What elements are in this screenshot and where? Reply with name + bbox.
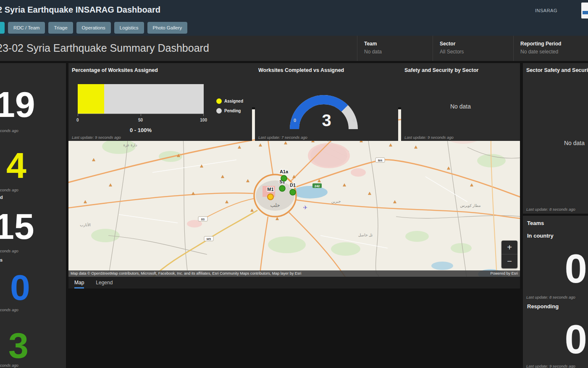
route-badge-m4: M4 <box>378 159 383 162</box>
map-label-daret-azza: دارة عزة <box>123 143 137 147</box>
chart-updated: Last update: 9 seconds ago <box>72 135 121 140</box>
nav-tab-logistics[interactable]: Logistics <box>114 22 144 34</box>
filter-reporting-period-label: Reporting Period <box>520 41 588 47</box>
left-stat-updated-1: conds ago <box>0 128 18 133</box>
worksite-marker-d1[interactable] <box>290 189 296 195</box>
filter-sector[interactable]: Sector All Sectors <box>433 36 513 61</box>
nav-tab-photo-gallery[interactable]: Photo Gallery <box>147 22 188 34</box>
active-tab-fragment[interactable] <box>0 22 5 34</box>
filter-team-value: No data <box>364 49 433 55</box>
nav-tab-triage[interactable]: Triage <box>48 22 73 34</box>
legend-item-pending: Pending <box>216 108 243 114</box>
panel-title: Sector Safety and Security <box>526 67 588 73</box>
no-data-text: No data <box>564 140 585 146</box>
filter-bar: Team No data Sector All Sectors Reportin… <box>357 36 588 61</box>
main-region: Alive (rescue completed) 4 Last update: … <box>68 63 520 368</box>
main-nav: RDC / Team Triage Operations Logistics P… <box>0 22 187 34</box>
left-panel-title-fragment-2: s <box>0 257 3 262</box>
gauge-value: 3 <box>255 111 398 130</box>
responding-updated: Last update: 9 seconds ago <box>526 364 575 368</box>
chart-updated: Last update: 7 seconds ago <box>258 135 307 140</box>
map-view-tabs: Map Legend <box>68 277 520 289</box>
zoom-in-button[interactable]: + <box>501 241 517 254</box>
no-data-text: No data <box>401 103 520 110</box>
route-badge-m5: M5 <box>207 237 211 241</box>
responding-value: 0 <box>565 319 587 360</box>
legend-item-assigned: Assigned <box>216 98 243 104</box>
top-header: 2 Syria Earthquake INSARAG Dashboard INS… <box>0 0 588 36</box>
map-attribution-bar: Map data © OpenStreetMap contributors, M… <box>68 270 520 277</box>
map-label-jibrin: جبرين <box>331 199 341 204</box>
filter-sector-label: Sector <box>440 41 513 47</box>
left-stat-updated-2: conds ago <box>0 188 18 192</box>
worksite-marker-label-a1a: A1a <box>280 169 289 174</box>
left-stat-updated-3: conds ago <box>0 249 18 253</box>
worksite-marker-s1[interactable] <box>279 185 285 191</box>
worksites-assigned-panel: Percentage of Worksites Assigned 0 50 10… <box>68 63 252 141</box>
assigned-dot-icon <box>216 98 222 104</box>
map-powered-by: Powered by Esri <box>490 270 518 277</box>
airport-icon: ✈ <box>303 204 308 211</box>
legend-label: Assigned <box>224 99 243 103</box>
worksite-marker-label-m1: M1 <box>267 187 273 192</box>
in-country-updated: Last update: 8 seconds ago <box>526 295 575 299</box>
teams-panel: Teams In country 0 Last update: 8 second… <box>523 216 588 368</box>
assigned-bar-chart <box>78 84 204 114</box>
route-badge-242: 242 <box>315 184 320 188</box>
app-title: 2 Syria Earthquake INSARAG Dashboard <box>0 5 160 15</box>
left-stat-updated-4: conds ago <box>0 307 18 312</box>
safety-by-sector-panel: Safety and Security by Sector No data La… <box>401 63 520 141</box>
left-stat-value-2: 4 <box>6 147 26 183</box>
range-label: 0 - 100% <box>78 127 204 133</box>
insarag-logo-icon <box>581 3 588 19</box>
chart-updated: Last update: 9 seconds ago <box>404 135 454 140</box>
left-stat-value-3: 15 <box>0 208 34 244</box>
left-stat-value-1: 19 <box>0 86 35 122</box>
chart-title: Percentage of Worksites Assigned <box>72 67 158 73</box>
map-label-atareb: الأتارب <box>80 222 91 227</box>
left-stat-value-5: 3 <box>8 327 29 363</box>
teams-title: Teams <box>527 220 544 226</box>
tab-legend[interactable]: Legend <box>96 277 113 289</box>
filter-team[interactable]: Team No data <box>357 36 433 61</box>
responding-label: Responding <box>527 303 559 310</box>
left-panel-title-fragment-1: d <box>0 195 3 200</box>
zoom-out-button[interactable]: − <box>501 254 517 268</box>
sector-safety-panel: Sector Safety and Security No data Last … <box>523 63 588 214</box>
nav-tab-rdc-team[interactable]: RDC / Team <box>8 22 45 34</box>
left-stat-column: 19 conds ago 4 conds ago d 15 conds ago … <box>0 63 66 368</box>
bottom-charts-row: Percentage of Worksites Assigned 0 50 10… <box>68 63 520 141</box>
dashboard-title-bar: 23-02 Syria Earthquake Summary Dashboard… <box>0 36 588 61</box>
tick-50: 50 <box>138 118 143 122</box>
in-country-label: In country <box>527 233 554 239</box>
right-sidebar: Sector Safety and Security No data Last … <box>523 63 588 368</box>
filter-sector-value: All Sectors <box>440 49 513 55</box>
tick-100: 100 <box>200 118 207 122</box>
filter-reporting-period[interactable]: Reporting Period No date selected <box>513 36 588 61</box>
worksite-marker-a1a[interactable] <box>281 175 287 181</box>
map-attribution-text: Map data © OpenStreetMap contributors, M… <box>71 270 301 277</box>
worksites-gauge-panel: Worksites Completed vs Assigned 0 4 3 La… <box>255 63 398 141</box>
nav-tab-operations[interactable]: Operations <box>76 22 111 34</box>
pending-dot-icon <box>216 108 222 114</box>
worksite-marker-label-d1: D1 <box>290 183 296 188</box>
legend-label: Pending <box>224 109 241 113</box>
tab-map[interactable]: Map <box>74 277 84 289</box>
route-badge-60: 60 <box>201 217 205 221</box>
assigned-bar-fill <box>78 84 104 114</box>
in-country-value: 0 <box>565 249 587 289</box>
map-label-aleppo: حلب <box>270 202 280 208</box>
tick-0: 0 <box>76 118 79 122</box>
content-area: 19 conds ago 4 conds ago d 15 conds ago … <box>0 61 588 368</box>
left-stat-value-4: 0 <box>10 269 30 305</box>
worksite-marker-m1[interactable] <box>268 194 273 200</box>
filter-team-label: Team <box>364 41 433 47</box>
left-stat-updated-5: conds ago <box>0 363 18 368</box>
panel-updated: Last update: 8 seconds ago <box>526 207 575 212</box>
filter-reporting-period-value: No date selected <box>520 49 588 55</box>
assigned-bar-axis <box>78 114 204 116</box>
map-label-kweires: مطار كويرس <box>460 204 480 208</box>
assigned-legend: Assigned Pending <box>216 98 243 118</box>
map-label-tell-hasel: تل حاصل <box>358 233 373 237</box>
map-zoom-control: + − <box>501 241 517 268</box>
